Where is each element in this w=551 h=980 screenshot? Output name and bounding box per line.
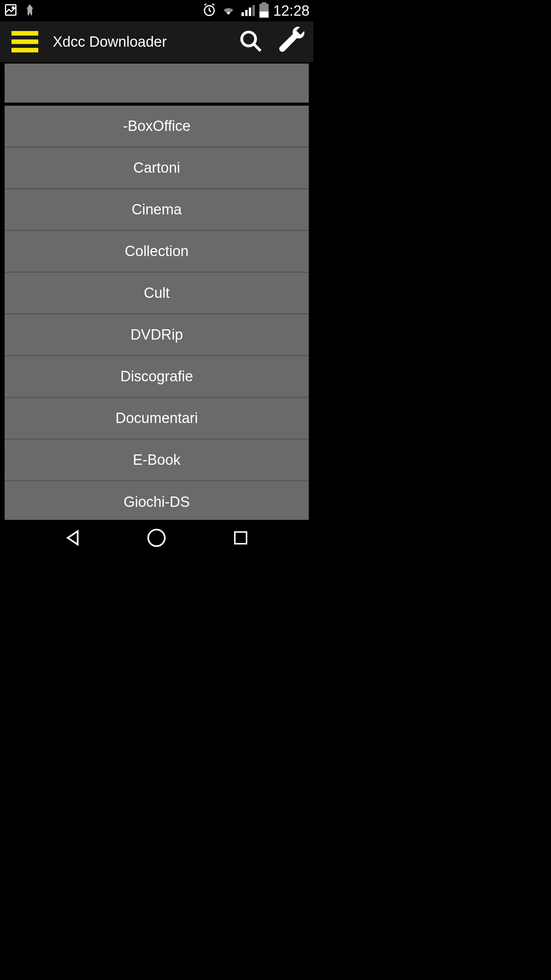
- list-item-label: DVDRip: [130, 327, 183, 343]
- alarm-icon: [202, 3, 217, 19]
- list-item-empty[interactable]: [5, 64, 309, 103]
- svg-rect-5: [245, 10, 248, 16]
- back-triangle-icon: [63, 528, 83, 549]
- svg-rect-6: [249, 8, 251, 16]
- hamburger-line: [11, 31, 38, 36]
- wrench-icon: [277, 26, 307, 57]
- svg-rect-14: [235, 532, 247, 544]
- hamburger-line: [11, 39, 38, 44]
- svg-line-12: [254, 44, 261, 51]
- list-item-label: Discografie: [120, 368, 193, 385]
- list-item-collection[interactable]: Collection: [5, 231, 309, 273]
- svg-point-11: [242, 32, 256, 46]
- navigation-bar: [0, 520, 313, 557]
- category-list: -BoxOffice Cartoni Cinema Collection Cul…: [5, 64, 309, 520]
- svg-rect-10: [259, 11, 269, 18]
- menu-button[interactable]: [11, 31, 38, 52]
- app-bar: Xdcc Downloader: [0, 21, 313, 62]
- list-item-label: Documentari: [116, 410, 198, 426]
- svg-rect-8: [262, 2, 266, 4]
- wifi-icon: [221, 3, 236, 19]
- search-button[interactable]: [237, 28, 264, 56]
- signal-icon: [240, 3, 255, 19]
- hamburger-line: [11, 48, 38, 52]
- list-item-label: E-Book: [133, 452, 181, 468]
- svg-rect-7: [253, 5, 255, 16]
- battery-icon: [259, 2, 269, 19]
- list-item-label: Cartoni: [133, 160, 180, 176]
- status-right-icons: 12:28: [202, 2, 310, 19]
- list-item-discografie[interactable]: Discografie: [5, 356, 309, 398]
- recents-square-icon: [232, 529, 249, 548]
- list-item-boxoffice[interactable]: -BoxOffice: [5, 106, 309, 147]
- list-item-cult[interactable]: Cult: [5, 273, 309, 314]
- list-item-label: -BoxOffice: [123, 118, 191, 134]
- search-icon: [239, 29, 262, 54]
- list-item-documentari[interactable]: Documentari: [5, 398, 309, 439]
- svg-point-13: [148, 529, 165, 546]
- svg-rect-4: [241, 12, 244, 16]
- list-item-dvdrip[interactable]: DVDRip: [5, 314, 309, 356]
- svg-point-3: [227, 12, 230, 14]
- app-notification-icon: [23, 3, 37, 18]
- svg-rect-0: [6, 5, 16, 15]
- image-icon: [4, 3, 18, 18]
- list-item-label: Collection: [125, 243, 189, 260]
- screen: 12:28 Xdcc Downloader: [0, 0, 313, 557]
- app-bar-actions: [237, 28, 306, 56]
- app-title: Xdcc Downloader: [53, 34, 167, 50]
- list-item-cinema[interactable]: Cinema: [5, 189, 309, 231]
- back-button[interactable]: [62, 528, 83, 549]
- list-item-giochi-ds[interactable]: Giochi-DS: [5, 481, 309, 520]
- list-item-label: Giochi-DS: [124, 494, 190, 510]
- content-area: -BoxOffice Cartoni Cinema Collection Cul…: [0, 62, 313, 520]
- status-time: 12:28: [273, 3, 310, 19]
- status-left-icons: [4, 3, 37, 18]
- status-bar: 12:28: [0, 0, 313, 21]
- recents-button[interactable]: [230, 528, 251, 549]
- settings-button[interactable]: [278, 28, 306, 56]
- svg-point-1: [12, 7, 14, 9]
- list-item-ebook[interactable]: E-Book: [5, 439, 309, 481]
- home-circle-icon: [147, 528, 166, 549]
- list-item-label: Cinema: [132, 201, 182, 218]
- home-button[interactable]: [146, 528, 167, 549]
- list-item-label: Cult: [144, 285, 170, 301]
- list-item-cartoni[interactable]: Cartoni: [5, 147, 309, 189]
